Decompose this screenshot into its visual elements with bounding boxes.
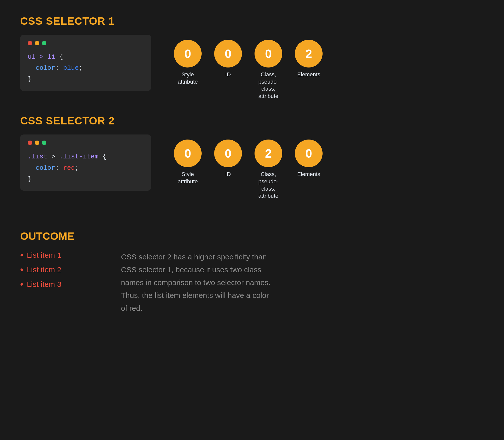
list-item-3: List item 3: [20, 279, 101, 290]
circle-s1-0: 0: [174, 40, 202, 67]
circle-group-s1-1: 0 ID: [214, 40, 242, 78]
circle-s1-1: 0: [214, 40, 242, 67]
dot-yellow-1: [35, 41, 39, 45]
section-divider: [20, 215, 345, 215]
circle-group-s1-2: 0 Class,pseudo-class,attribute: [252, 40, 285, 100]
css-selector-2-section: CSS SELECTOR 2 .list > .list-item { colo…: [20, 115, 484, 199]
dot-yellow-2: [35, 141, 39, 145]
circle-group-s1-0: 0 Style attribute: [171, 40, 204, 85]
code2-line-1: .list > .list-item {: [28, 151, 144, 162]
circle-s1-2: 0: [255, 40, 282, 67]
circle-label-s2-1: ID: [225, 171, 231, 178]
outcome-list: List item 1 List item 2 List item 3: [20, 250, 101, 290]
code2-line-2: color: red;: [28, 162, 144, 174]
list-item-1: List item 1: [20, 250, 101, 260]
circle-label-s2-0: Style attribute: [171, 171, 204, 185]
circle-group-s2-1: 0 ID: [214, 140, 242, 178]
selector1-row: ul > li { color: blue; } 0 Style attribu…: [20, 35, 484, 100]
outcome-section: OUTCOME List item 1 List item 2 List ite…: [20, 230, 484, 315]
circle-label-s2-2: Class,pseudo-class,attribute: [252, 171, 285, 199]
window-dots-1: [28, 41, 144, 45]
circle-group-s2-3: 0 Elements: [295, 140, 323, 178]
window-dots-2: [28, 141, 144, 145]
circle-group-s2-0: 0 Style attribute: [171, 140, 204, 185]
selector2-code-block: .list > .list-item { color: red; }: [20, 134, 151, 191]
selector2-code: .list > .list-item { color: red; }: [28, 151, 144, 185]
circle-label-s1-0: Style attribute: [171, 71, 204, 85]
code-line-3: }: [28, 74, 144, 85]
outcome-title: OUTCOME: [20, 230, 101, 242]
selector1-title: CSS SELECTOR 1: [20, 15, 484, 27]
dot-green-1: [42, 41, 46, 45]
dot-red-1: [28, 41, 32, 45]
css-selector-1-section: CSS SELECTOR 1 ul > li { color: blue; } …: [20, 15, 484, 100]
selector1-code: ul > li { color: blue; }: [28, 51, 144, 85]
selector1-circles: 0 Style attribute 0 ID 0 Class,pseudo-cl…: [171, 40, 323, 100]
circle-s2-0: 0: [174, 140, 202, 167]
circle-s1-3: 2: [295, 40, 323, 67]
selector2-title: CSS SELECTOR 2: [20, 115, 484, 127]
dot-red-2: [28, 141, 32, 145]
outcome-left: OUTCOME List item 1 List item 2 List ite…: [20, 230, 101, 290]
circle-group-s1-3: 2 Elements: [295, 40, 323, 78]
code2-line-3: }: [28, 174, 144, 185]
circle-s2-1: 0: [214, 140, 242, 167]
list-item-2: List item 2: [20, 264, 101, 275]
circle-label-s1-3: Elements: [297, 71, 320, 78]
circle-s2-3: 0: [295, 140, 323, 167]
outcome-description: CSS selector 2 has a higher specificity …: [121, 230, 272, 315]
circle-label-s1-1: ID: [225, 71, 231, 78]
circle-s2-2: 2: [255, 140, 282, 167]
selector1-code-block: ul > li { color: blue; }: [20, 35, 151, 91]
selector2-row: .list > .list-item { color: red; } 0 Sty…: [20, 134, 484, 199]
selector2-circles: 0 Style attribute 0 ID 2 Class,pseudo-cl…: [171, 140, 323, 199]
code-line-1: ul > li {: [28, 51, 144, 62]
code-line-2: color: blue;: [28, 62, 144, 74]
circle-label-s2-3: Elements: [297, 171, 320, 178]
dot-green-2: [42, 141, 46, 145]
circle-group-s2-2: 2 Class,pseudo-class,attribute: [252, 140, 285, 199]
circle-label-s1-2: Class,pseudo-class,attribute: [252, 71, 285, 100]
